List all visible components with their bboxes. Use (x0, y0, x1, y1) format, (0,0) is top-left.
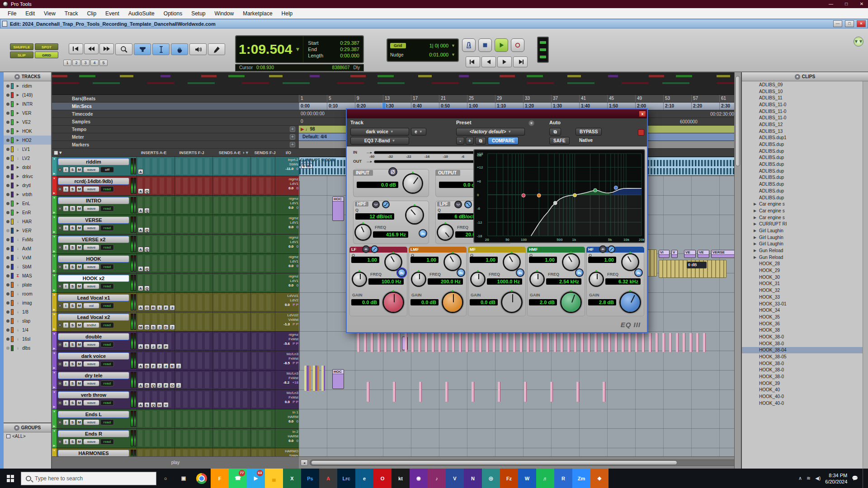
sends-a-e-cell[interactable] (212, 176, 250, 195)
clip-list-item[interactable]: ADLIBS.dup (742, 181, 868, 188)
track-volume[interactable]: 0.0 (288, 264, 293, 268)
inserts-a-e-cell[interactable]: MOS2D2 (137, 312, 175, 331)
solo-button[interactable]: S (70, 186, 75, 192)
group-name[interactable]: <ALL> (12, 434, 25, 439)
clip-list-item[interactable]: ADLIBS.dup (742, 188, 868, 194)
track-active-dot[interactable] (6, 238, 9, 241)
clip-name[interactable]: ADLIBS.dup (759, 188, 784, 193)
selection-row[interactable]: Length 0:00.000 (303, 52, 359, 59)
record-enable-button[interactable] (58, 168, 62, 172)
inserts-a-e-cell[interactable]: AQ (137, 176, 175, 195)
sends-f-j-cell[interactable] (250, 235, 275, 253)
band-freq-knob[interactable] (472, 273, 484, 286)
clip-name[interactable]: HOOK_38 (759, 328, 780, 333)
track-name[interactable]: Ends R (58, 430, 129, 437)
menu-item[interactable]: View (40, 9, 60, 18)
io-output[interactable]: HARM (288, 434, 298, 439)
clip-name[interactable]: ADLIBS.dup (759, 155, 784, 160)
track-volume[interactable]: 0.0 (285, 400, 290, 404)
inserts-f-j-cell[interactable] (175, 293, 212, 312)
inserts-f-j-cell[interactable] (175, 371, 212, 389)
tempo-value[interactable]: 98 (310, 127, 315, 131)
io-cell[interactable]: Inprt-2 SbMs -11.0 0 (275, 157, 299, 176)
track-volume[interactable]: 0.0 (285, 303, 290, 307)
sends-f-j-cell[interactable] (250, 332, 275, 351)
clip-expand-icon[interactable]: ▶ (754, 209, 757, 213)
input-monitor-button[interactable]: I (63, 419, 69, 425)
menu-item[interactable]: Event (101, 9, 123, 18)
io-input[interactable]: LdVcl2 (288, 313, 298, 318)
clip-list-item[interactable]: ▶ Girl Laughin (742, 241, 868, 248)
ruler-label-tempo[interactable]: Tempo + (52, 126, 299, 133)
track-view-chip[interactable]: wave (83, 400, 99, 406)
track-active-dot[interactable] (6, 130, 9, 133)
track-list-item[interactable]: ↓ LV1 (4, 145, 51, 154)
horizontal-scrollbar[interactable]: ◂ ▸ − + (299, 456, 786, 469)
solo-button[interactable]: S (70, 244, 75, 250)
clips-panel-header[interactable]: ▼ CLIPS (742, 72, 868, 81)
insert-chip[interactable]: M (138, 324, 143, 330)
insert-chip[interactable]: 4 (163, 363, 169, 369)
clip-name[interactable]: ADLIBS.dup1 (759, 135, 787, 140)
edit-mode-button[interactable]: SLIP (10, 52, 33, 58)
mute-button[interactable]: M (76, 303, 82, 309)
metronome-button[interactable] (462, 38, 476, 52)
insert-chip[interactable]: 1 (157, 305, 162, 310)
meter-add-button[interactable]: + (290, 134, 295, 140)
track-view-chip[interactable]: wave (83, 283, 99, 289)
band-gain-value[interactable]: 0.0 dB (410, 299, 439, 305)
io-cell[interactable]: In 1 HARM 0.0 0 (275, 409, 299, 428)
selection-value[interactable]: 0:00.000 (340, 52, 359, 59)
sends-f-j-cell[interactable] (250, 351, 275, 370)
io-cell[interactable]: nigmz LdV1 0.0 0 (275, 215, 299, 234)
track-color-tab[interactable]: ▼▶ (52, 273, 57, 292)
io-output[interactable]: FxMst (288, 395, 298, 400)
sends-a-e-cell[interactable] (212, 235, 250, 253)
io-output[interactable]: VxMst (288, 318, 298, 322)
track-row[interactable]: ▼▶ Ends L I S M wave read (52, 409, 299, 429)
clip-name[interactable]: ADLIBS.dup (759, 169, 784, 174)
group-list-item[interactable]: <ALL> (4, 432, 51, 440)
taskbar-app-icon[interactable]: Ps (301, 469, 319, 488)
band-shelf-button[interactable] (599, 245, 607, 253)
ruler-label-markers[interactable]: Markers + (52, 141, 299, 149)
clip-name[interactable]: HOOK_38-0 (759, 374, 784, 379)
nudge-row[interactable]: Nudge 0:01.000 ▼ (390, 50, 455, 59)
input-monitor-button[interactable]: I (63, 400, 69, 406)
track-list-name[interactable]: dlbs (22, 346, 30, 351)
tracks-panel-header[interactable]: ▼ TRACKS (4, 72, 51, 81)
track-list-name[interactable]: MAS (22, 273, 32, 278)
track-active-dot[interactable] (6, 202, 9, 205)
solo-button[interactable]: S (70, 380, 75, 386)
io-input[interactable]: nigmz (289, 274, 298, 279)
record-enable-button[interactable] (58, 401, 62, 405)
automation-mode-chip[interactable]: read (100, 244, 114, 250)
track-row[interactable]: ▼▶ dark voice I S M wave read ADF7 (52, 351, 299, 371)
track-pan[interactable]: 0 (297, 244, 298, 249)
taskbar-app-icon[interactable]: ▣ (175, 469, 193, 488)
io-cell[interactable]: nigmz LdV1 0.0 0 (275, 254, 299, 273)
audio-clip[interactable]: V (671, 250, 678, 258)
input-monitor-button[interactable]: I (63, 186, 69, 192)
track-active-dot[interactable] (6, 139, 9, 142)
clip-name[interactable]: Girl Laughin (759, 228, 783, 233)
inserts-f-j-cell[interactable] (175, 332, 212, 351)
track-pan[interactable]: 0 (297, 439, 298, 443)
automation-mode-chip[interactable]: read (100, 439, 114, 445)
inserts-f-j-cell[interactable] (175, 429, 212, 448)
input-monitor-button[interactable]: I (63, 264, 69, 270)
taskbar-app-icon[interactable]: ♪ (428, 469, 446, 488)
solo-button[interactable]: S (70, 361, 75, 367)
io-input[interactable]: Inprt-2 (288, 158, 298, 162)
io-output[interactable]: LdV1 (290, 201, 298, 206)
track-name[interactable]: INTRO (58, 197, 129, 204)
record-enable-button[interactable] (58, 323, 62, 327)
track-list-name[interactable]: vrbth (22, 192, 32, 197)
track-row[interactable]: ▼▶ rcrd(-14dbt-9db) I S M wave read (52, 176, 299, 196)
track-list-name[interactable]: imag (22, 300, 32, 305)
track-color-tab[interactable]: ▼▶ (52, 215, 57, 234)
track-row[interactable]: ▼▶ double I S M wave read AS2FP (52, 332, 299, 351)
mute-button[interactable]: M (76, 244, 82, 250)
notification-center-icon[interactable]: 💬 (852, 475, 858, 481)
io-input[interactable]: Mc/Ln3 (287, 352, 298, 357)
